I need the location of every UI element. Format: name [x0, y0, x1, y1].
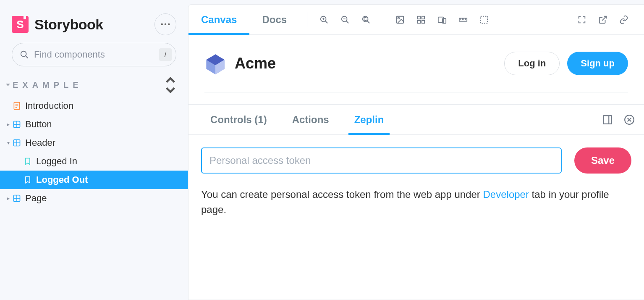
image-icon	[395, 15, 405, 24]
grid-button[interactable]	[412, 11, 430, 29]
zoom-out-icon	[340, 15, 350, 24]
expand-collapse-icon	[165, 75, 176, 95]
sidebar-category-title: Example	[13, 80, 83, 90]
canvas-toolbar: Canvas Docs	[188, 5, 644, 35]
grid-icon	[416, 15, 426, 24]
addon-tab-actions[interactable]: Actions	[280, 105, 342, 134]
fullscreen-button[interactable]	[573, 11, 591, 29]
token-help-text: You can create personal access token fro…	[201, 187, 613, 217]
login-button[interactable]: Log in	[504, 52, 560, 75]
addons-tabbar-right	[602, 114, 635, 125]
preview-divider	[204, 92, 628, 92]
sidebar-category-header[interactable]: Example	[0, 74, 188, 94]
preview-area: Acme Log in Sign up	[188, 35, 644, 105]
external-link-icon	[598, 15, 607, 24]
token-help-before: You can create personal access token fro…	[201, 189, 483, 200]
viewport-button[interactable]	[433, 11, 451, 29]
open-new-tab-button[interactable]	[594, 11, 612, 29]
svg-line-26	[367, 21, 370, 23]
addon-tab-zeplin[interactable]: Zeplin	[342, 105, 397, 134]
sidebar-label: Introduction	[25, 100, 73, 111]
signup-button[interactable]: Sign up	[567, 52, 628, 75]
outline-icon	[479, 15, 489, 24]
acme-header: Acme Log in Sign up	[204, 52, 628, 75]
zoom-out-button[interactable]	[336, 11, 354, 29]
bookmark-icon	[24, 176, 32, 184]
svg-rect-29	[418, 16, 420, 18]
tab-docs[interactable]: Docs	[249, 5, 299, 34]
copy-link-button[interactable]	[615, 11, 633, 29]
zoom-in-icon	[319, 15, 329, 24]
panel-position-icon	[602, 114, 613, 125]
main-panel: Canvas Docs Acme Log in Sign up Contr	[188, 4, 644, 300]
sidebar-item-header[interactable]: ▾ Header	[0, 134, 188, 152]
svg-rect-40	[481, 16, 488, 23]
viewport-icon	[437, 15, 447, 24]
toolbar-separator	[307, 12, 307, 27]
svg-point-1	[165, 24, 167, 26]
close-circle-icon	[624, 114, 635, 125]
tab-canvas[interactable]: Canvas	[188, 5, 249, 34]
addon-tab-controls[interactable]: Controls (1)	[198, 105, 280, 134]
svg-rect-30	[422, 16, 424, 18]
svg-line-23	[346, 21, 349, 23]
expand-collapse-button[interactable]	[165, 79, 176, 91]
sidebar: S Storybook / Example Introduction ▸ But…	[0, 0, 188, 300]
caret-down-icon: ▾	[6, 140, 11, 146]
personal-access-token-input[interactable]	[201, 147, 562, 174]
component-icon	[13, 120, 21, 129]
sidebar-tree: Introduction ▸ Button ▾ Header Logged In…	[0, 94, 188, 208]
component-icon	[13, 139, 21, 147]
search-container: /	[0, 43, 188, 74]
link-icon	[619, 15, 628, 24]
svg-point-0	[161, 24, 163, 26]
fullscreen-icon	[577, 15, 586, 24]
token-row: Save	[201, 147, 631, 174]
sidebar-menu-button[interactable]	[154, 13, 176, 35]
search-icon	[20, 50, 29, 59]
acme-title: Acme	[235, 55, 276, 72]
ruler-icon	[458, 15, 468, 24]
caret-right-icon: ▸	[6, 195, 11, 201]
zeplin-panel: Save You can create personal access toke…	[188, 135, 644, 230]
brand-title: Storybook	[34, 16, 103, 33]
sidebar-label: Logged Out	[36, 174, 88, 185]
svg-point-28	[398, 17, 400, 19]
toolbar-separator	[383, 12, 383, 27]
search-field[interactable]: /	[12, 43, 176, 66]
caret-down-icon	[6, 84, 10, 86]
sidebar-label: Header	[25, 137, 55, 148]
sidebar-item-page[interactable]: ▸ Page	[0, 189, 188, 208]
search-input[interactable]	[34, 49, 154, 60]
svg-rect-32	[422, 20, 424, 23]
addons-tabbar: Controls (1) Actions Zeplin	[188, 105, 644, 135]
svg-rect-27	[397, 16, 404, 23]
sidebar-item-logged-in[interactable]: Logged In	[0, 152, 188, 171]
save-button[interactable]: Save	[574, 147, 631, 174]
background-button[interactable]	[391, 11, 409, 29]
svg-line-19	[325, 21, 328, 23]
svg-rect-41	[603, 116, 612, 124]
sidebar-item-logged-out[interactable]: Logged Out	[0, 171, 188, 189]
addons-close-button[interactable]	[624, 114, 635, 125]
ellipsis-icon	[161, 23, 170, 26]
measure-button[interactable]	[454, 11, 472, 29]
zoom-reset-icon	[361, 15, 371, 24]
svg-rect-31	[418, 20, 420, 23]
outline-button[interactable]	[475, 11, 493, 29]
svg-point-2	[168, 24, 170, 26]
addons-orientation-button[interactable]	[602, 114, 613, 125]
acme-actions: Log in Sign up	[504, 52, 628, 75]
sidebar-label: Logged In	[36, 156, 77, 167]
developer-link[interactable]: Developer	[483, 189, 529, 200]
document-icon	[13, 102, 21, 110]
sidebar-item-button[interactable]: ▸ Button	[0, 115, 188, 134]
sidebar-item-introduction[interactable]: Introduction	[0, 97, 188, 115]
storybook-logo-icon: S	[12, 16, 29, 33]
sidebar-label: Page	[25, 193, 47, 204]
zoom-in-button[interactable]	[315, 11, 333, 29]
svg-point-3	[21, 51, 26, 57]
view-tabs: Canvas Docs	[188, 5, 299, 34]
bookmark-icon	[24, 157, 32, 166]
zoom-reset-button[interactable]	[357, 11, 375, 29]
